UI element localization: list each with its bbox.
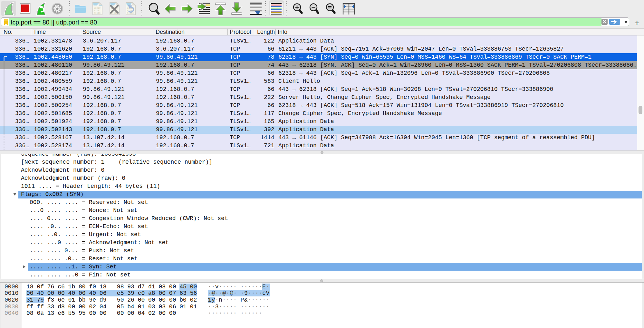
svg-text:01101: 01101 (94, 9, 101, 12)
svg-text:01010: 01010 (94, 7, 101, 9)
svg-text:01110: 01110 (94, 12, 101, 14)
